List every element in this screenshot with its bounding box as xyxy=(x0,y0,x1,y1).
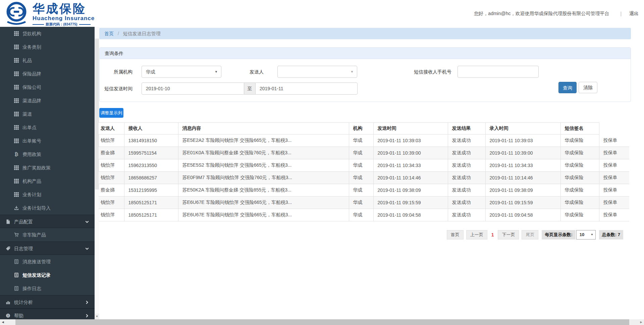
sidebar-item-业务计划[interactable]: 业务计划 xyxy=(0,188,95,201)
page-size-select[interactable]: 10 ▼ xyxy=(576,230,596,239)
sidebar-item-费用政策[interactable]: ₿费用政策 xyxy=(0,148,95,161)
grid-icon xyxy=(14,107,20,121)
phone-input[interactable] xyxy=(458,66,539,78)
sidebar-item-短信发送记录[interactable]: 短信发送记录 xyxy=(0,268,95,282)
table-cell: 苏E6U67E 车险顾问钱怡萍 交强险665元，车船税3... xyxy=(178,209,349,221)
sidebar-item-推广奖励政策[interactable]: 推广奖励政策 xyxy=(0,161,95,174)
sidebar-item-帮助[interactable]: i帮助 xyxy=(0,309,95,319)
table-cell: 2019-01-11 10:14:46 xyxy=(373,172,448,184)
sidebar-item-label: 产品配置 xyxy=(14,219,33,224)
sidebar-item-渠道品牌[interactable]: 渠道品牌 xyxy=(0,94,95,107)
log-icon xyxy=(14,268,20,282)
sidebar-item-label: 消息推送管理 xyxy=(22,259,51,264)
user-greeting-bar: 您好，admin@hc，欢迎使用华成保险代理股份有限公司管理平台 ｜ 退出 xyxy=(474,0,639,27)
grid-icon xyxy=(14,94,20,107)
table-cell: 华成保险 xyxy=(560,197,599,209)
sidebar-item-label: 保险公司 xyxy=(22,85,41,90)
sidebar-item-日志管理[interactable]: 日志管理 xyxy=(0,241,95,255)
caret-down-icon: ▼ xyxy=(215,66,218,77)
sidebar-item-礼品[interactable]: 礼品 xyxy=(0,54,95,67)
sidebar-item-机构产品[interactable]: 机构产品 xyxy=(0,174,95,188)
table-cell: 投保单 xyxy=(599,209,629,221)
sidebar-item-保险品牌[interactable]: 保险品牌 xyxy=(0,67,95,80)
sidebar-item-业务类别[interactable]: 业务类别 xyxy=(0,40,95,54)
table-cell: 18658686257 xyxy=(124,172,178,184)
caret-down-icon: ▼ xyxy=(591,230,593,239)
current-page-number: 1 xyxy=(491,232,494,237)
table-cell: 投保单 xyxy=(599,172,629,184)
sidebar: 贷款机构业务类别礼品保险品牌保险公司渠道品牌渠道出单点出单账号₿费用政策推广奖励… xyxy=(0,27,95,319)
scroll-down-arrow-icon[interactable]: ▼ xyxy=(95,314,99,319)
grid-icon xyxy=(14,40,20,54)
scroll-left-arrow-icon[interactable]: ◀ xyxy=(0,319,6,325)
prev-page-button[interactable]: 上一页 xyxy=(466,230,487,239)
table-cell: 发送成功 xyxy=(448,197,485,209)
table-cell: 苏E5E2A2 车险顾问钱怡萍 交强险665元，车船税3... xyxy=(178,134,349,147)
column-header: 发送时间 xyxy=(373,123,448,134)
horizontal-scrollbar-thumb[interactable] xyxy=(15,319,629,325)
sidebar-item-贷款机构[interactable]: 贷款机构 xyxy=(0,27,95,40)
scroll-right-arrow-icon[interactable]: ▶ xyxy=(638,319,644,325)
sidebar-item-出单点[interactable]: 出单点 xyxy=(0,121,95,134)
last-page-button[interactable]: 尾页 xyxy=(522,230,538,239)
sidebar-item-操作日志[interactable]: 操作日志 xyxy=(0,282,95,295)
column-header xyxy=(599,123,629,134)
sidebar-item-保险公司[interactable]: 保险公司 xyxy=(0,80,95,94)
sidebar-item-非车险产品[interactable]: 非车险产品 xyxy=(0,228,95,241)
sidebar-item-业务计划导入[interactable]: 业务计划导入 xyxy=(0,201,95,215)
table-cell: 钱怡萍 xyxy=(99,159,124,172)
clear-button[interactable]: 清除 xyxy=(579,82,597,93)
table-cell: 2019-01-11 09:04:58 xyxy=(485,209,560,221)
table-cell: 华成保险 xyxy=(560,209,599,221)
query-button[interactable]: 查询 xyxy=(558,82,577,93)
sidebar-item-label: 操作日志 xyxy=(22,286,41,291)
table-cell: 2019-01-11 10:39:00 xyxy=(485,147,560,159)
table-cell: 苏E0F9M7 车险顾问钱怡萍 交强险760元，车船税3... xyxy=(178,172,349,184)
sender-select[interactable]: ▼ xyxy=(277,66,357,78)
caret-down-icon: ▼ xyxy=(351,66,354,77)
table-cell: 2019-01-11 10:34:33 xyxy=(485,159,560,172)
sidebar-item-label: 推广奖励政策 xyxy=(22,165,51,170)
sidebar-item-渠道[interactable]: 渠道 xyxy=(0,107,95,121)
table-cell: 投保单 xyxy=(599,147,629,159)
sidebar-item-label: 统计分析 xyxy=(14,300,33,305)
breadcrumb-current: 短信发送日志管理 xyxy=(123,31,161,36)
sidebar-item-label: 业务计划导入 xyxy=(22,205,51,211)
sidebar-item-label: 机构产品 xyxy=(22,178,41,184)
column-header: 消息内容 xyxy=(178,123,349,134)
sidebar-item-消息推送管理[interactable]: 消息推送管理 xyxy=(0,255,95,268)
first-page-button[interactable]: 首页 xyxy=(447,230,464,239)
sidebar-item-label: 帮助 xyxy=(14,313,23,318)
sidebar-item-产品配置[interactable]: 产品配置 xyxy=(0,215,95,228)
table-cell: 2019-01-11 10:39:03 xyxy=(373,134,448,147)
table-cell: 2019-01-11 09:15:59 xyxy=(373,197,448,209)
table-cell: 发送成功 xyxy=(448,184,485,197)
table-cell: 华成保险 xyxy=(560,172,599,184)
adjust-columns-button[interactable]: 调整显示列 xyxy=(99,108,123,118)
svg-text:i: i xyxy=(8,314,9,317)
table-cell: 13814918150 xyxy=(124,134,178,147)
breadcrumb-separator: / xyxy=(118,31,119,36)
pagination: 首页 上一页 1 下一页 尾页 每页显示条数: 10 ▼ 总条数: 7 xyxy=(447,230,623,239)
horizontal-scrollbar[interactable]: ◀ ▶ xyxy=(0,319,644,325)
stock-code: 股票代码：(834775) xyxy=(46,22,77,27)
date-to-input[interactable] xyxy=(255,83,358,95)
org-select[interactable]: 华成 ▼ xyxy=(142,66,221,78)
sidebar-item-出单账号[interactable]: 出单账号 xyxy=(0,134,95,148)
import-icon xyxy=(14,201,20,215)
date-from-input[interactable] xyxy=(142,83,244,95)
table-cell: 投保单 xyxy=(599,134,629,147)
logout-link[interactable]: 退出 xyxy=(629,11,639,16)
table-cell: 2019-01-11 09:15:59 xyxy=(485,197,560,209)
sms-log-table: 发送人接收人消息内容机构发送时间发送结果录入时间短信签名 钱怡萍13814918… xyxy=(99,122,629,221)
grid-icon xyxy=(14,161,20,174)
page-size-label: 每页显示条数: xyxy=(542,230,575,239)
breadcrumb-home-link[interactable]: 首页 xyxy=(104,31,114,36)
table-cell: 华成 xyxy=(349,184,373,197)
table-cell: 蔡金娣 xyxy=(99,184,124,197)
sidebar-item-统计分析[interactable]: 统计分析 xyxy=(0,295,95,309)
next-page-button[interactable]: 下一页 xyxy=(498,230,519,239)
table-cell: 投保单 xyxy=(599,197,629,209)
brand-name-en: Huacheng Insurance xyxy=(33,15,95,21)
sidebar-item-label: 礼品 xyxy=(22,58,32,63)
